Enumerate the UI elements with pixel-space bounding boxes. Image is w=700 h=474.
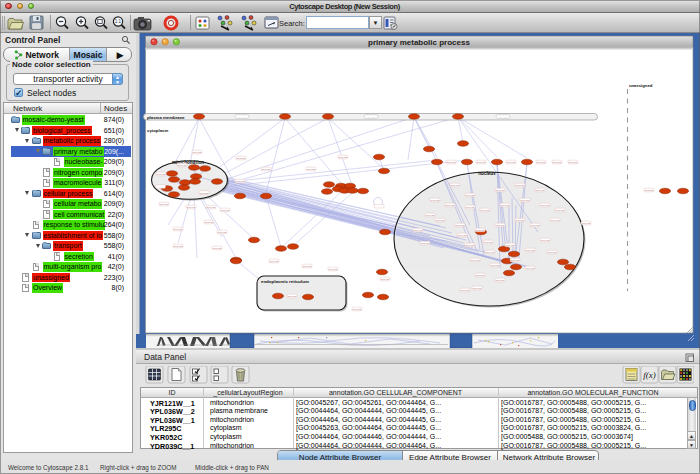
svg-text:primary metabolic process: primary metabolic process bbox=[368, 38, 470, 47]
svg-text:Gen-lab: Gen-lab bbox=[174, 245, 184, 248]
svg-text:Gen-lab: Gen-lab bbox=[582, 222, 592, 225]
svg-text:Gen-lab: Gen-lab bbox=[161, 188, 171, 191]
svg-text:Gen-lab: Gen-lab bbox=[174, 228, 184, 231]
svg-text:Gen-lab: Gen-lab bbox=[303, 265, 313, 268]
svg-text:Gen-lab: Gen-lab bbox=[516, 219, 526, 222]
svg-text:Gen-lab: Gen-lab bbox=[473, 287, 483, 290]
svg-text:Gen-lab: Gen-lab bbox=[207, 206, 217, 209]
svg-text:Gen-lab: Gen-lab bbox=[221, 209, 231, 212]
svg-text:f(x): f(x) bbox=[643, 370, 656, 380]
svg-text:Gen-lab: Gen-lab bbox=[526, 267, 536, 270]
svg-text:Gen-lab: Gen-lab bbox=[288, 295, 298, 298]
svg-text:Gen-lab: Gen-lab bbox=[541, 204, 551, 207]
svg-text:Gen-lab: Gen-lab bbox=[466, 194, 476, 197]
svg-text:Gen-lab: Gen-lab bbox=[329, 268, 339, 271]
svg-text:Gen-lab: Gen-lab bbox=[645, 189, 655, 192]
svg-text:cytoplasm: cytoplasm bbox=[147, 128, 168, 133]
svg-text:[. . .]: [. . .] bbox=[240, 116, 245, 119]
svg-text:Gen-lab: Gen-lab bbox=[421, 242, 431, 245]
svg-text:[. . .]: [. . .] bbox=[369, 116, 374, 119]
svg-text:Gen-lab: Gen-lab bbox=[501, 204, 511, 207]
svg-text:[. . .]: [. . .] bbox=[501, 116, 506, 119]
svg-text:Gen-lab: Gen-lab bbox=[456, 224, 466, 227]
svg-text:Gen-lab: Gen-lab bbox=[414, 229, 424, 232]
svg-text:Gen-lab: Gen-lab bbox=[436, 219, 446, 222]
svg-text:Gen-lab: Gen-lab bbox=[506, 244, 516, 247]
svg-text:nucleus: nucleus bbox=[478, 171, 496, 176]
svg-text:Gen-lab: Gen-lab bbox=[551, 219, 561, 222]
svg-text:Gen-lab: Gen-lab bbox=[476, 274, 486, 277]
svg-text:Gen-lab: Gen-lab bbox=[511, 259, 521, 262]
svg-text:Gen-lab: Gen-lab bbox=[486, 251, 496, 254]
svg-text:Gen-lab: Gen-lab bbox=[476, 229, 486, 232]
svg-text:Gen-lab: Gen-lab bbox=[526, 249, 536, 252]
svg-text:Gen-lab: Gen-lab bbox=[471, 259, 481, 262]
svg-text:Gen-lab: Gen-lab bbox=[496, 279, 506, 282]
svg-text:Gen-lab: Gen-lab bbox=[431, 199, 441, 202]
svg-text:Gen-lab: Gen-lab bbox=[548, 251, 558, 254]
svg-text:1:1: 1:1 bbox=[115, 19, 122, 24]
svg-text:Gen-lab: Gen-lab bbox=[458, 234, 468, 237]
svg-text:Gen-lab: Gen-lab bbox=[157, 173, 167, 176]
svg-text:Gen-lab: Gen-lab bbox=[496, 189, 506, 192]
svg-text:Gen-lab: Gen-lab bbox=[481, 209, 491, 212]
svg-text:Gen-lab: Gen-lab bbox=[556, 209, 566, 212]
svg-text:endoplasmic reticulum: endoplasmic reticulum bbox=[261, 279, 309, 284]
svg-text:Gen-lab: Gen-lab bbox=[353, 308, 363, 311]
svg-text:Gen-lab: Gen-lab bbox=[466, 244, 476, 247]
svg-text:Gen-lab: Gen-lab bbox=[491, 264, 501, 267]
svg-text:unassigned: unassigned bbox=[629, 83, 653, 88]
svg-text:Gen-lab: Gen-lab bbox=[553, 161, 563, 164]
svg-text:plasma membrane: plasma membrane bbox=[147, 115, 185, 120]
svg-text:Gen-lab: Gen-lab bbox=[307, 168, 317, 171]
svg-text:Gen-lab: Gen-lab bbox=[541, 239, 551, 242]
svg-text:Gen-lab: Gen-lab bbox=[516, 184, 526, 187]
svg-text:Gen-lab: Gen-lab bbox=[537, 161, 547, 164]
svg-text:Gen-lab: Gen-lab bbox=[178, 164, 188, 167]
svg-text:Gen-lab: Gen-lab bbox=[236, 180, 246, 183]
svg-text:Gen-lab: Gen-lab bbox=[569, 161, 579, 164]
svg-text:Gen-lab: Gen-lab bbox=[496, 224, 506, 227]
svg-text:Gen-lab: Gen-lab bbox=[426, 214, 436, 217]
svg-text:Gen-lab: Gen-lab bbox=[200, 192, 210, 195]
svg-text:Gen-lab: Gen-lab bbox=[205, 221, 215, 224]
svg-text:Gen-lab: Gen-lab bbox=[262, 168, 272, 171]
svg-text:Gen-lab: Gen-lab bbox=[507, 161, 517, 164]
svg-text:Gen-lab: Gen-lab bbox=[447, 161, 457, 164]
svg-text:Gen-lab: Gen-lab bbox=[381, 278, 391, 281]
svg-text:Gen-lab: Gen-lab bbox=[484, 241, 494, 244]
svg-text:Gen-lab: Gen-lab bbox=[477, 161, 487, 164]
svg-text:Gen-lab: Gen-lab bbox=[237, 157, 247, 160]
svg-text:Gen-lab: Gen-lab bbox=[187, 206, 197, 209]
svg-text:Gen-lab: Gen-lab bbox=[461, 289, 471, 292]
svg-text:Gen-lab: Gen-lab bbox=[446, 204, 456, 207]
svg-text:Gen-lab: Gen-lab bbox=[521, 199, 531, 202]
svg-text:Gen-lab: Gen-lab bbox=[218, 231, 228, 234]
svg-text:Gen-lab: Gen-lab bbox=[536, 189, 546, 192]
svg-text:Gen-lab: Gen-lab bbox=[451, 184, 461, 187]
svg-text:Gen-lab: Gen-lab bbox=[466, 206, 476, 209]
svg-text:Gen-lab: Gen-lab bbox=[339, 156, 349, 159]
svg-text:Gen-lab: Gen-lab bbox=[270, 260, 280, 263]
svg-text:Gen-lab: Gen-lab bbox=[160, 203, 170, 206]
svg-text:Gen-lab: Gen-lab bbox=[531, 224, 541, 227]
svg-text:Gen-lab: Gen-lab bbox=[193, 151, 203, 154]
svg-text:Gen-lab: Gen-lab bbox=[213, 247, 223, 250]
